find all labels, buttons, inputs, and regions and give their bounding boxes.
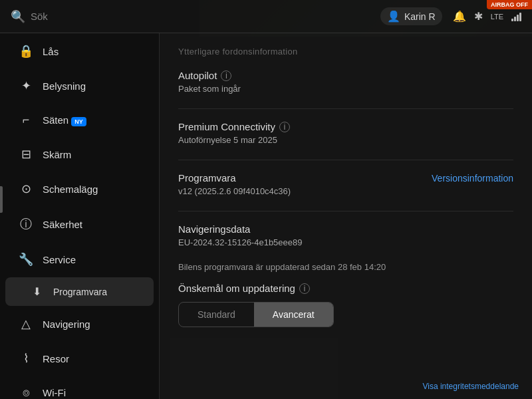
signal-bar-4: [519, 13, 521, 21]
sidebar-label-saten: SätenNY: [43, 114, 86, 126]
update-info-icon[interactable]: i: [299, 283, 310, 294]
update-btn-avancerat[interactable]: Avancerat: [254, 303, 333, 327]
subitem-label-programvara-sub: Programvara: [53, 287, 107, 297]
info-icon-autopilot[interactable]: i: [221, 70, 231, 81]
info-value-programvara: v12 (2025.2.6 09f4010c4c36): [178, 186, 513, 196]
update-button-group: StandardAvancerat: [178, 302, 334, 327]
sidebar-item-sakerhet[interactable]: ⓘ Säkerhet: [5, 207, 154, 241]
info-label-programvara: Programvara: [178, 172, 236, 184]
search-input[interactable]: Sök: [31, 11, 48, 22]
sidebar-label-navigering: Navigering: [43, 319, 90, 330]
airbag-badge: AIRBAG OFF: [487, 0, 532, 9]
sidebar-label-wifi: Wi-Fi: [43, 387, 66, 398]
update-notice: Bilens programvara är uppdaterad sedan 2…: [178, 262, 513, 272]
user-info[interactable]: 👤 Karin R: [380, 7, 442, 25]
search-icon: 🔍: [11, 9, 25, 24]
header-right: 👤 Karin R 🔔 ✱ LTE: [380, 7, 521, 25]
bell-icon[interactable]: 🔔: [453, 10, 466, 23]
info-rows: Autopilot i Paket som ingår Premium Conn…: [178, 70, 513, 247]
signal-bar-1: [511, 19, 513, 21]
sidebar-icon-resor: ⌇: [19, 351, 33, 366]
sidebar-item-saten[interactable]: ⌐ SätenNY: [5, 104, 154, 136]
subitem-icon-programvara-sub: ⬇: [29, 285, 44, 298]
sidebar-item-navigering[interactable]: △ Navigering: [5, 307, 154, 340]
info-row-autopilot: Autopilot i Paket som ingår: [178, 70, 513, 94]
section-title: Ytterligare fordonsinformation: [178, 47, 513, 57]
user-name: Karin R: [404, 11, 436, 22]
info-row-header-navigeringsdata: Navigeringsdata: [178, 223, 513, 235]
sidebar-item-skarm[interactable]: ⊟ Skärm: [5, 138, 154, 171]
info-row-header-autopilot: Autopilot i: [178, 70, 513, 81]
signal-bars: [511, 12, 521, 21]
sidebar-subitem-programvara-sub[interactable]: ⬇ Programvara: [5, 277, 154, 306]
info-row-header-premium-connectivity: Premium Connectivity i: [178, 121, 513, 132]
sidebar-label-resor: Resor: [43, 353, 69, 364]
info-label-premium-connectivity: Premium Connectivity i: [178, 121, 290, 132]
sidebar-icon-saten: ⌐: [19, 113, 33, 127]
signal-bar-3: [517, 15, 519, 21]
sidebar-item-resor[interactable]: ⌇ Resor: [5, 342, 154, 375]
header: 🔍 Sök 👤 Karin R 🔔 ✱ LTE: [0, 0, 532, 33]
header-left: 🔍 Sök: [11, 9, 48, 24]
info-value-premium-connectivity: Autoförnyelse 5 mar 2025: [178, 135, 513, 145]
sidebar-icon-wifi: ⌾: [19, 386, 33, 399]
info-row-premium-connectivity: Premium Connectivity i Autoförnyelse 5 m…: [178, 121, 513, 145]
info-label-navigeringsdata: Navigeringsdata: [178, 223, 250, 235]
divider-1: [178, 160, 513, 160]
info-row-programvara: Programvara Versionsinformation v12 (202…: [178, 172, 513, 196]
divider-0: [178, 108, 513, 109]
info-label-autopilot: Autopilot i: [178, 70, 231, 81]
update-preference-label: Önskemål om uppdatering i: [178, 283, 513, 294]
sidebar-item-las[interactable]: 🔒 Lås: [5, 35, 154, 68]
sidebar-icon-navigering: △: [19, 317, 33, 331]
main-content: Ytterligare fordonsinformation Autopilot…: [160, 33, 532, 399]
link-programvara[interactable]: Versionsinformation: [432, 173, 513, 184]
sidebar-label-sakerhet: Säkerhet: [43, 219, 82, 230]
left-edge-indicator: [0, 186, 3, 213]
sidebar-item-service[interactable]: 🔧 Service: [5, 243, 154, 276]
header-icons: 🔔 ✱ LTE: [453, 10, 521, 23]
bluetooth-icon: ✱: [474, 10, 483, 23]
sidebar-icon-belysning: ✦: [19, 78, 33, 93]
update-section: Önskemål om uppdatering i StandardAvance…: [178, 283, 513, 327]
sidebar-icon-sakerhet: ⓘ: [19, 216, 33, 232]
sidebar-label-las: Lås: [43, 46, 59, 57]
sidebar-icon-service: 🔧: [19, 252, 33, 267]
sidebar-label-service: Service: [43, 254, 76, 265]
sidebar: 🔒 Lås ✦ Belysning ⌐ SätenNY ⊟ Skärm ⊙ Sc…: [0, 33, 160, 399]
update-btn-standard[interactable]: Standard: [179, 303, 254, 327]
info-row-navigeringsdata: Navigeringsdata EU-2024.32-15126-4e1b5ee…: [178, 223, 513, 247]
footer-link[interactable]: Visa integritetsmeddelande: [422, 382, 519, 391]
sidebar-item-wifi[interactable]: ⌾ Wi-Fi: [5, 376, 154, 399]
sidebar-icon-skarm: ⊟: [19, 147, 33, 162]
user-avatar-icon: 👤: [387, 10, 400, 23]
signal-bar-2: [514, 17, 516, 21]
new-badge-saten: NY: [71, 117, 86, 126]
sidebar-item-schemalägg[interactable]: ⊙ Schemalägg: [5, 172, 154, 205]
sidebar-label-schemalägg: Schemalägg: [43, 184, 98, 195]
lte-label: LTE: [491, 13, 503, 21]
divider-2: [178, 211, 513, 211]
info-icon-premium-connectivity[interactable]: i: [279, 122, 290, 132]
info-value-autopilot: Paket som ingår: [178, 84, 513, 94]
info-value-navigeringsdata: EU-2024.32-15126-4e1b5eee89: [178, 237, 513, 247]
sidebar-icon-las: 🔒: [19, 44, 33, 59]
sidebar-icon-schemalägg: ⊙: [19, 182, 33, 196]
sidebar-label-belysning: Belysning: [43, 80, 86, 92]
sidebar-label-skarm: Skärm: [43, 149, 71, 160]
info-row-header-programvara: Programvara Versionsinformation: [178, 172, 513, 184]
sidebar-item-belysning[interactable]: ✦ Belysning: [5, 69, 154, 102]
